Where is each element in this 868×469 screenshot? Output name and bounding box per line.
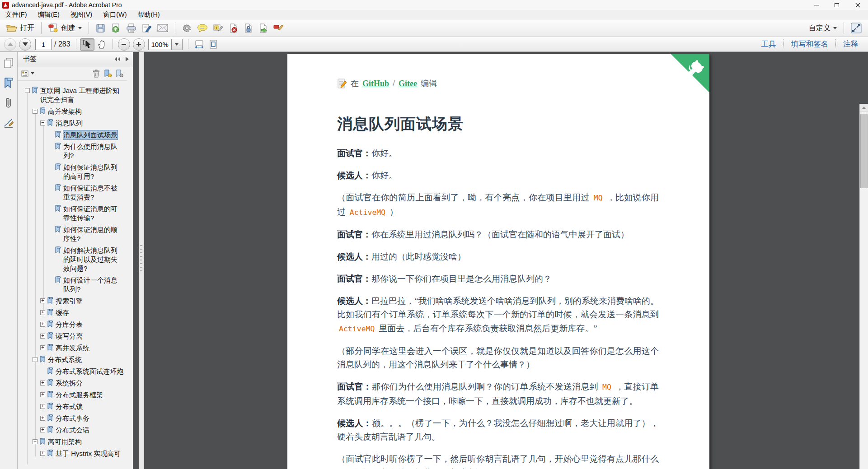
collapse-node-icon[interactable]: −: [33, 439, 38, 444]
bookmark-label[interactable]: 读写分离: [56, 332, 83, 341]
expand-node-icon[interactable]: +: [40, 404, 45, 409]
new-bookmark-icon[interactable]: [104, 70, 112, 78]
bookmark-item[interactable]: 为什么使用消息队列?: [18, 142, 127, 160]
expand-node-icon[interactable]: +: [40, 298, 45, 303]
menu-item[interactable]: 帮助(H): [132, 10, 165, 19]
collapse-node-icon[interactable]: −: [25, 88, 30, 93]
collapse-node-icon[interactable]: −: [33, 109, 38, 114]
expand-node-icon[interactable]: +: [40, 427, 45, 432]
expand-node-icon[interactable]: +: [40, 345, 45, 350]
stamp-button[interactable]: [271, 22, 286, 34]
expand-node-icon[interactable]: +: [40, 322, 45, 327]
bookmark-item[interactable]: +高并发系统: [18, 344, 127, 353]
bookmark-label[interactable]: 分布式系统面试连环炮: [56, 367, 123, 376]
bookmark-label[interactable]: 搜索引擎: [56, 297, 83, 306]
collapse-node-icon[interactable]: −: [40, 121, 45, 125]
expand-node-icon[interactable]: +: [40, 451, 45, 456]
attachments-button[interactable]: [2, 96, 15, 110]
email-button[interactable]: [155, 23, 171, 33]
print-button[interactable]: [123, 22, 139, 34]
bookmark-label[interactable]: 基于 Hystrix 实现高可: [56, 449, 121, 458]
github-link[interactable]: GitHub: [362, 79, 389, 88]
bookmark-item[interactable]: −高并发架构: [18, 107, 127, 116]
bookmark-settings-icon[interactable]: [116, 70, 123, 78]
bookmark-label[interactable]: 如何保证消息不被重复消费?: [63, 184, 120, 202]
bookmark-item[interactable]: 消息队列面试场景: [18, 130, 127, 139]
bookmark-label[interactable]: 如何保证消息的顺序性?: [63, 225, 120, 243]
menu-item[interactable]: 编辑(E): [33, 10, 65, 19]
zoom-in-button[interactable]: [133, 38, 145, 51]
scroll-up-button[interactable]: [860, 104, 868, 111]
fit-page-button[interactable]: [206, 38, 221, 51]
close-button[interactable]: [847, 0, 868, 10]
document-canvas[interactable]: 在 GitHub / Gitee 编辑 消息队列面试场景 面试官：你好。候选人：…: [144, 52, 859, 469]
bookmark-label[interactable]: 分布式锁: [56, 402, 83, 411]
page-number-input[interactable]: [35, 39, 52, 50]
document-scroll-thumb[interactable]: [860, 114, 868, 188]
task-pane-tab[interactable]: 工具: [754, 39, 784, 49]
bookmark-label[interactable]: 为什么使用消息队列?: [63, 142, 120, 160]
bookmark-item[interactable]: −消息队列: [18, 119, 127, 128]
zoom-level-input[interactable]: [148, 39, 172, 50]
save-button[interactable]: [93, 22, 108, 34]
expand-node-icon[interactable]: +: [40, 392, 45, 397]
expand-node-icon[interactable]: +: [40, 310, 45, 315]
bookmark-item[interactable]: −互联网 Java 工程师进阶知识完全扫盲: [18, 86, 127, 104]
bookmark-label[interactable]: 高可用架构: [48, 437, 82, 446]
bookmark-item[interactable]: +分布式事务: [18, 414, 127, 423]
bookmark-item[interactable]: 如何保证消息队列的高可用?: [18, 163, 127, 181]
bookmark-label[interactable]: 消息队列面试场景: [63, 130, 117, 139]
bookmark-item[interactable]: +读写分离: [18, 332, 127, 341]
maximize-button[interactable]: [826, 0, 847, 10]
expand-node-icon[interactable]: +: [40, 416, 45, 421]
task-pane-tab[interactable]: 注释: [835, 39, 865, 49]
signatures-button[interactable]: [2, 116, 15, 130]
expand-node-icon[interactable]: +: [40, 334, 45, 339]
bookmark-label[interactable]: 分布式系统: [48, 355, 82, 364]
bookmark-item[interactable]: 如何保证消息不被重复消费?: [18, 184, 127, 202]
zoom-out-button[interactable]: [118, 38, 130, 51]
delete-bookmark-icon[interactable]: [93, 70, 100, 78]
bookmark-item[interactable]: −分布式系统: [18, 355, 127, 364]
bookmark-item[interactable]: −高可用架构: [18, 437, 127, 446]
fit-width-button[interactable]: [192, 38, 206, 51]
bookmark-label[interactable]: 分布式服务框架: [56, 390, 103, 399]
panel-options-icon[interactable]: [125, 56, 129, 62]
bookmark-item[interactable]: +搜索引擎: [18, 297, 127, 306]
bookmark-item[interactable]: +分布式锁: [18, 402, 127, 411]
text-annotation-button[interactable]: T: [211, 22, 226, 34]
bookmark-item[interactable]: 如何保证消息的顺序性?: [18, 225, 127, 243]
open-button[interactable]: 打开: [4, 22, 37, 34]
reading-mode-button[interactable]: [848, 21, 864, 35]
bookmark-options-button[interactable]: [21, 70, 34, 77]
bookmark-label[interactable]: 分布式事务: [56, 414, 89, 423]
menu-item[interactable]: 窗口(W): [98, 10, 132, 19]
bookmark-label[interactable]: 分库分表: [56, 320, 83, 329]
fill-sign-button[interactable]: [139, 22, 155, 34]
bookmark-item[interactable]: +缓存: [18, 308, 127, 317]
comment-button[interactable]: [194, 23, 211, 34]
bookmark-item[interactable]: 如何保证消息的可靠性传输?: [18, 204, 127, 223]
create-button[interactable]: 创建: [46, 22, 84, 34]
customize-button[interactable]: 自定义: [806, 22, 840, 34]
delete-pages-button[interactable]: [226, 22, 241, 34]
bookmark-label[interactable]: 分布式会话: [56, 426, 89, 435]
bookmark-label[interactable]: 高并发系统: [56, 344, 89, 353]
page-thumbnails-button[interactable]: [2, 56, 15, 70]
protect-button[interactable]: [241, 22, 256, 34]
next-page-button[interactable]: [19, 38, 31, 51]
collapse-node-icon[interactable]: −: [33, 357, 38, 362]
settings-button[interactable]: [179, 22, 194, 34]
bookmark-item[interactable]: 如何解决消息队列的延时以及过期失效问题?: [18, 246, 127, 273]
bookmark-label[interactable]: 如何设计一个消息队列?: [63, 276, 120, 294]
menu-item[interactable]: 视图(V): [65, 10, 98, 19]
menu-item[interactable]: 文件(F): [0, 10, 33, 19]
previous-page-button[interactable]: [4, 38, 16, 51]
panel-splitter[interactable]: [139, 52, 144, 469]
bookmark-item[interactable]: +分库分表: [18, 320, 127, 329]
bookmarks-button[interactable]: [2, 76, 15, 90]
export-button[interactable]: [256, 22, 271, 34]
bookmark-item[interactable]: 如何设计一个消息队列?: [18, 276, 127, 294]
share-upload-button[interactable]: [108, 22, 123, 34]
bookmark-label[interactable]: 消息队列: [56, 119, 83, 128]
